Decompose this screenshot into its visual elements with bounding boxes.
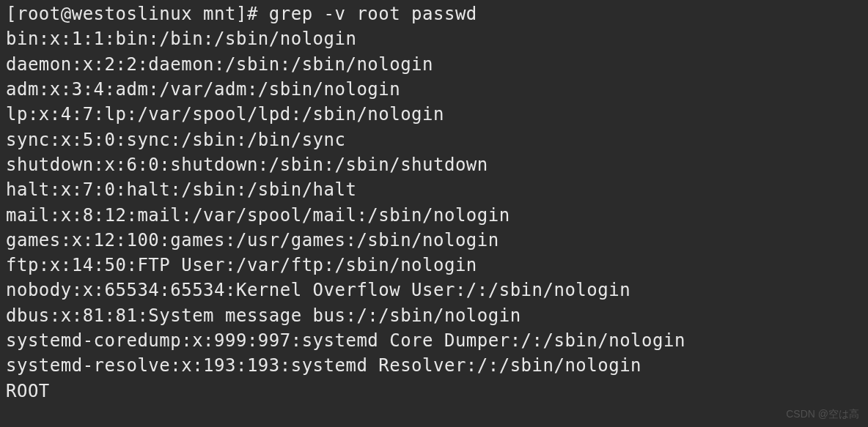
terminal-output-line: halt:x:7:0:halt:/sbin:/sbin/halt	[6, 177, 862, 202]
terminal-output-line: sync:x:5:0:sync:/sbin:/bin/sync	[6, 127, 862, 152]
terminal-output-line: bin:x:1:1:bin:/bin:/sbin/nologin	[6, 26, 862, 51]
terminal-output-line: mail:x:8:12:mail:/var/spool/mail:/sbin/n…	[6, 203, 862, 228]
terminal-output-line: daemon:x:2:2:daemon:/sbin:/sbin/nologin	[6, 52, 862, 77]
watermark-text: CSDN @空は高	[786, 406, 859, 421]
terminal-output-line: dbus:x:81:81:System message bus:/:/sbin/…	[6, 303, 862, 328]
terminal-output-line: games:x:12:100:games:/usr/games:/sbin/no…	[6, 228, 862, 253]
terminal-output-line: systemd-coredump:x:999:997:systemd Core …	[6, 328, 862, 353]
terminal-output: bin:x:1:1:bin:/bin:/sbin/nologindaemon:x…	[6, 26, 862, 404]
terminal-output-line: lp:x:4:7:lp:/var/spool/lpd:/sbin/nologin	[6, 102, 862, 127]
terminal-output-line: systemd-resolve:x:193:193:systemd Resolv…	[6, 353, 862, 378]
terminal-output-line: ftp:x:14:50:FTP User:/var/ftp:/sbin/nolo…	[6, 253, 862, 278]
terminal-output-line: shutdown:x:6:0:shutdown:/sbin:/sbin/shut…	[6, 152, 862, 177]
terminal-output-line: ROOT	[6, 379, 862, 404]
terminal-output-line: adm:x:3:4:adm:/var/adm:/sbin/nologin	[6, 77, 862, 102]
shell-prompt-line[interactable]: [root@westoslinux mnt]# grep -v root pas…	[6, 1, 862, 26]
terminal-output-line: nobody:x:65534:65534:Kernel Overflow Use…	[6, 278, 862, 302]
